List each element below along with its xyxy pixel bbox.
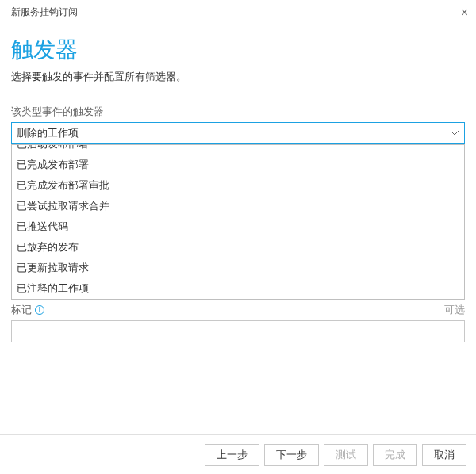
trigger-combobox[interactable]: 删除的工作项 [11,122,465,144]
trigger-options-list[interactable]: 已启动发布部署已完成发布部署已完成发布部署审批已尝试拉取请求合并已推送代码已放弃… [11,144,465,300]
tag-input[interactable] [11,320,465,342]
test-button: 测试 [324,444,368,466]
trigger-option[interactable]: 已完成发布部署 [12,155,464,175]
cancel-button[interactable]: 取消 [422,444,466,466]
trigger-option[interactable]: 已更新拉取请求 [12,258,464,278]
page-heading: 触发器 [11,35,465,65]
tag-optional: 可选 [444,303,465,317]
close-icon[interactable]: × [461,6,468,19]
finish-button: 完成 [373,444,417,466]
dialog-root: 新服务挂钩订阅 × 触发器 选择要触发的事件并配置所有筛选器。 该类型事件的触发… [0,0,476,474]
trigger-option[interactable]: 已完成发布部署审批 [12,175,464,196]
dialog-title: 新服务挂钩订阅 [11,6,78,19]
tag-label: 标记 [11,303,32,317]
trigger-option[interactable]: 已注释的工作项 [12,278,464,299]
content-area: 触发器 选择要触发的事件并配置所有筛选器。 该类型事件的触发器 删除的工作项 已… [0,25,476,342]
footer-bar: 上一步 下一步 测试 完成 取消 [0,434,476,474]
page-subtitle: 选择要触发的事件并配置所有筛选器。 [11,70,465,84]
info-icon[interactable]: i [35,305,44,315]
trigger-option[interactable]: 已启动发布部署 [12,144,464,155]
next-button[interactable]: 下一步 [264,444,319,466]
tag-label-wrap: 标记 i [11,303,44,317]
trigger-dropdown: 删除的工作项 已启动发布部署已完成发布部署已完成发布部署审批已尝试拉取请求合并已… [11,122,465,144]
title-bar: 新服务挂钩订阅 × [0,0,476,25]
trigger-option[interactable]: 已放弃的发布 [12,237,464,258]
tag-row: 标记 i 可选 [11,303,465,317]
trigger-option[interactable]: 已尝试拉取请求合并 [12,196,464,216]
trigger-field-label: 该类型事件的触发器 [11,105,465,119]
prev-button[interactable]: 上一步 [205,444,259,466]
chevron-down-icon [450,128,459,138]
trigger-selected-value: 删除的工作项 [17,126,79,140]
trigger-option[interactable]: 已推送代码 [12,216,464,237]
